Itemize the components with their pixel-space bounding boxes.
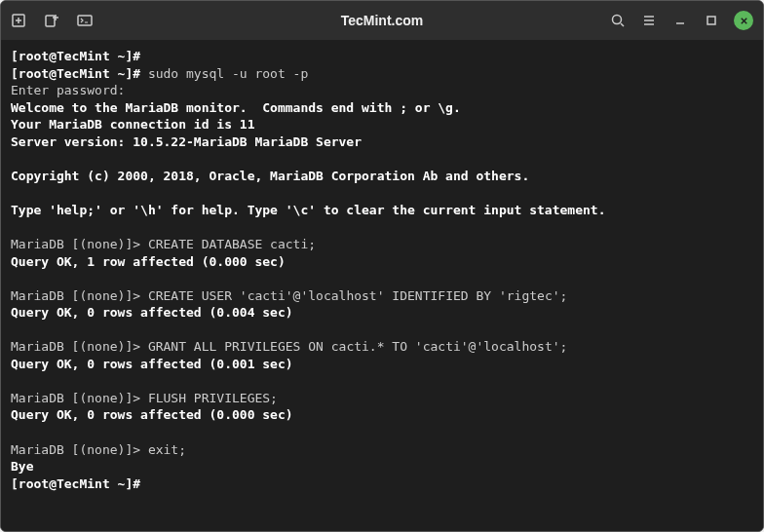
terminal-window: TecMint.com [root@TecMint ~]# [root@TecM… [0, 0, 764, 532]
terminal-output: [root@TecMint ~]# [root@TecMint ~]# sudo… [11, 48, 753, 492]
svg-rect-6 [78, 16, 92, 25]
svg-rect-13 [707, 17, 715, 24]
minimize-icon[interactable] [671, 12, 689, 29]
menu-icon[interactable] [640, 12, 658, 29]
titlebar-right-controls [609, 11, 753, 30]
terminal-content[interactable]: [root@TecMint ~]# [root@TecMint ~]# sudo… [1, 40, 763, 531]
search-icon[interactable] [609, 12, 627, 29]
maximize-icon[interactable] [703, 12, 720, 29]
terminal-icon[interactable] [77, 13, 93, 28]
new-tab-icon[interactable] [11, 13, 26, 28]
window-title: TecMint.com [341, 13, 424, 28]
new-window-icon[interactable] [44, 13, 59, 28]
svg-point-7 [613, 16, 622, 24]
svg-line-8 [621, 23, 624, 26]
titlebar-left-controls [11, 13, 93, 28]
close-icon[interactable] [734, 11, 753, 30]
titlebar: TecMint.com [1, 1, 763, 40]
